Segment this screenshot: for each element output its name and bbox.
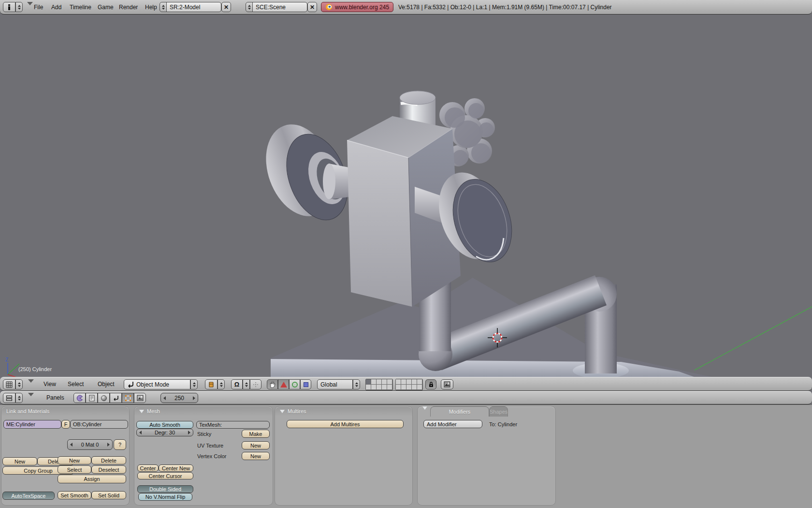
vgroup-new-button[interactable]: New (2, 457, 37, 465)
layer-toggle[interactable] (382, 379, 387, 385)
material-deselect-button[interactable]: Deselect (91, 465, 126, 474)
view3d-window-type-stepper[interactable] (15, 379, 23, 389)
fake-user-button[interactable]: F (61, 420, 70, 429)
set-solid-button[interactable]: Set Solid (91, 491, 126, 499)
layer-toggle[interactable] (366, 379, 371, 385)
scene-selector-field[interactable]: SCE:Scene (252, 2, 307, 12)
scene-close-button[interactable]: ✕ (307, 2, 317, 12)
center-button[interactable]: Center (137, 464, 159, 472)
texmesh-field[interactable]: TexMesh: (196, 421, 270, 429)
center-new-button[interactable]: Center New (159, 464, 193, 472)
frame-number-field[interactable]: 250 (160, 393, 198, 403)
material-help-button[interactable]: ? (114, 439, 126, 450)
manipulator-translate-button[interactable] (278, 379, 289, 389)
render-preview-button[interactable] (441, 379, 453, 389)
menu-add[interactable]: Add (49, 0, 63, 14)
panels-menu[interactable]: Panels (44, 391, 66, 404)
context-shading-button[interactable] (98, 393, 110, 403)
layer-toggle[interactable] (401, 385, 406, 390)
degr-slider[interactable]: Degr: 30 (136, 429, 193, 436)
manipulator-rotate-button[interactable] (289, 379, 300, 389)
buttons-window-type-stepper[interactable] (15, 393, 23, 403)
context-editing-button[interactable] (122, 393, 134, 403)
orientation-dropdown[interactable]: Global (317, 379, 353, 389)
panel-title[interactable]: Link and Materials (1, 406, 129, 416)
frame-decrement-icon[interactable] (163, 396, 166, 400)
mat-prev-icon[interactable] (70, 443, 72, 447)
buttons-collapse-icon[interactable] (28, 396, 34, 405)
pivot-stepper[interactable] (243, 379, 250, 389)
view3d-window-type-button[interactable] (3, 379, 15, 389)
tab-modifiers[interactable]: Modifiers (430, 406, 489, 417)
mode-dropdown-stepper[interactable] (190, 379, 198, 389)
manipulator-toggle-button[interactable] (267, 379, 278, 389)
autotexspace-toggle[interactable]: AutoTexSpace (2, 492, 55, 500)
double-sided-toggle[interactable]: Double Sided (137, 485, 193, 493)
layer-toggle[interactable] (387, 385, 392, 390)
window-type-stepper[interactable] (15, 2, 23, 12)
layer-toggle[interactable] (382, 385, 387, 390)
center-cursor-button[interactable]: Center Cursor (137, 472, 193, 479)
layer-toggle[interactable] (366, 385, 371, 390)
material-select-button[interactable]: Select (58, 465, 91, 474)
frame-increment-icon[interactable] (193, 396, 195, 400)
no-vnormal-flip-toggle[interactable]: No V.Normal Flip (138, 493, 192, 501)
layer-toggle[interactable] (377, 385, 382, 390)
context-logic-button[interactable] (73, 393, 86, 403)
context-script-button[interactable] (86, 393, 98, 403)
viewport-3d[interactable]: Z (0, 15, 812, 377)
layer-toggle[interactable] (371, 379, 377, 385)
layer-toggle[interactable] (412, 385, 417, 390)
context-scene-button[interactable] (134, 393, 146, 403)
mode-dropdown[interactable]: Object Mode (124, 379, 190, 389)
layer-toggle[interactable] (401, 379, 406, 385)
vertex-color-new-button[interactable]: New (242, 452, 270, 460)
menu-select[interactable]: Select (66, 377, 86, 390)
material-index-selector[interactable]: 0 Mat 0 (67, 439, 113, 450)
degr-increment-icon[interactable] (188, 431, 190, 434)
sticky-make-button[interactable]: Make (242, 430, 270, 438)
draw-type-stepper[interactable] (218, 379, 225, 389)
layer-toggle[interactable] (406, 385, 412, 390)
mesh-datablock-field[interactable]: ME:Cylinder (3, 420, 61, 429)
screen-selector-field[interactable]: SR:2-Model (166, 2, 221, 12)
pivot-button[interactable]: Ω (231, 379, 243, 389)
manipulator-scale-button[interactable] (300, 379, 311, 389)
menu-timeline[interactable]: Timeline (68, 0, 93, 14)
layer-toggle[interactable] (377, 379, 382, 385)
menu-file[interactable]: File (32, 0, 45, 14)
layer-toggle[interactable] (406, 379, 412, 385)
layer-toggle[interactable] (371, 385, 377, 390)
material-assign-button[interactable]: Assign (58, 475, 126, 483)
material-delete-button[interactable]: Delete (91, 456, 126, 464)
layer-toggle[interactable] (387, 379, 392, 385)
draw-type-button[interactable] (205, 379, 218, 389)
add-modifier-button[interactable]: Add Modifier (423, 420, 482, 428)
degr-decrement-icon[interactable] (139, 431, 142, 434)
window-type-button[interactable] (3, 2, 15, 12)
uv-texture-new-button[interactable]: New (242, 441, 270, 449)
menu-game[interactable]: Game (96, 0, 116, 14)
object-name-field[interactable]: OB:Cylinder (70, 420, 128, 429)
tab-shapes[interactable]: Shapes (489, 406, 508, 417)
move-center-button[interactable] (250, 379, 261, 389)
menu-render[interactable]: Render (117, 0, 140, 14)
context-object-button[interactable] (110, 393, 122, 403)
orientation-stepper[interactable] (353, 379, 360, 389)
add-multires-button[interactable]: Add Multires (287, 420, 404, 428)
layer-toggle[interactable] (396, 385, 401, 390)
material-new-button[interactable]: New (58, 456, 91, 464)
layer-toggle[interactable] (396, 379, 401, 385)
auto-smooth-toggle[interactable]: Auto Smooth (136, 421, 193, 429)
panel-collapse-icon[interactable] (280, 410, 285, 413)
blender-version-button[interactable]: www.blender.org 245 (321, 2, 393, 12)
layer-toggle[interactable] (417, 379, 422, 385)
buttons-window-type-button[interactable] (3, 393, 15, 403)
panel-collapse-icon[interactable] (139, 410, 144, 413)
view3d-collapse-icon[interactable] (28, 383, 34, 391)
screen-close-button[interactable]: ✕ (221, 2, 231, 12)
menu-help[interactable]: Help (143, 0, 159, 14)
lock-layers-button[interactable] (425, 379, 436, 389)
menu-object[interactable]: Object (96, 377, 116, 390)
panel-title[interactable]: Multires (275, 406, 412, 416)
